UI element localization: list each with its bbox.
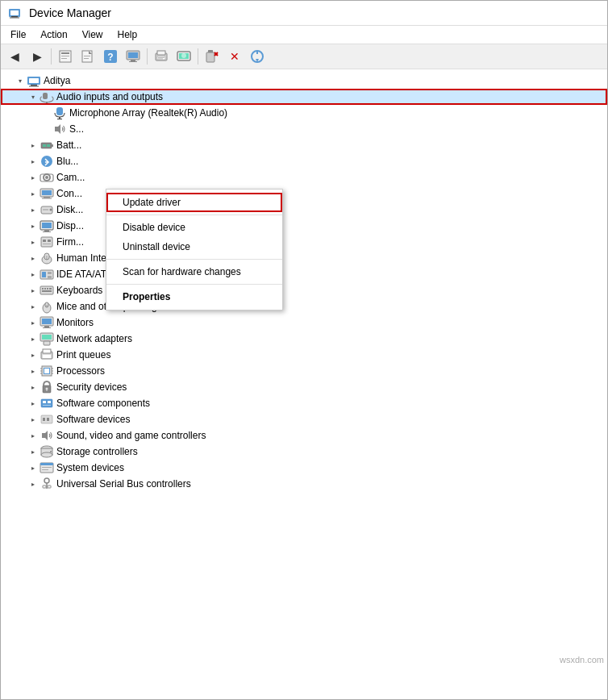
update-driver-button[interactable] xyxy=(77,47,98,66)
svg-rect-2 xyxy=(11,16,18,18)
software-devices-item[interactable]: ▸ Software devices xyxy=(1,411,607,427)
delete-button[interactable]: ✕ xyxy=(224,47,245,66)
svg-rect-64 xyxy=(41,237,52,247)
svg-rect-56 xyxy=(42,198,52,199)
display-adapters-expand[interactable]: ▸ xyxy=(27,219,40,232)
system-item[interactable]: ▸ System devices xyxy=(1,460,607,476)
batteries-expand[interactable]: ▸ xyxy=(27,139,40,152)
forward-button[interactable]: ▶ xyxy=(27,47,48,66)
mice-item[interactable]: ▸ Mice and other pointing devices xyxy=(1,298,607,315)
ctx-update-driver[interactable]: Update driver xyxy=(106,193,282,212)
svg-rect-112 xyxy=(47,418,49,421)
svg-rect-92 xyxy=(43,349,51,353)
svg-rect-17 xyxy=(129,61,137,62)
print-queues-item[interactable]: ▸ Print queues xyxy=(1,347,607,363)
bluetooth-item[interactable]: ▸ Blu... xyxy=(1,153,607,169)
watermark-text: wsxdn.com xyxy=(560,655,604,665)
audio-expand-icon[interactable]: ▾ xyxy=(27,90,40,103)
keyboards-expand[interactable]: ▸ xyxy=(27,284,40,297)
back-button[interactable]: ◀ xyxy=(4,47,25,66)
print-queues-expand[interactable]: ▸ xyxy=(27,348,40,361)
security-expand[interactable]: ▸ xyxy=(27,381,40,394)
ctx-uninstall-device[interactable]: Uninstall device xyxy=(106,237,282,256)
svg-rect-11 xyxy=(84,58,89,59)
svg-text:?: ? xyxy=(107,52,113,63)
tree-root[interactable]: ▾ Aditya xyxy=(1,73,607,89)
svg-rect-27 xyxy=(208,50,213,52)
network-item[interactable]: ▸ Network adapters xyxy=(1,331,607,347)
speakers-icon xyxy=(52,122,67,136)
menu-action[interactable]: Action xyxy=(34,27,73,42)
disk-drives-item[interactable]: ▸ Disk... xyxy=(1,202,607,218)
keyboards-item[interactable]: ▸ Keyboards xyxy=(1,282,607,298)
computer-expand[interactable]: ▸ xyxy=(27,187,40,200)
mice-expand[interactable]: ▸ xyxy=(27,300,40,313)
mice-icon xyxy=(40,299,54,314)
speakers-item[interactable]: ▸ S... xyxy=(1,121,607,137)
processors-item[interactable]: ▸ Processors xyxy=(1,363,607,379)
svg-rect-37 xyxy=(43,93,48,99)
menu-help[interactable]: Help xyxy=(111,27,144,42)
svg-rect-7 xyxy=(61,58,67,59)
svg-point-116 xyxy=(41,452,52,457)
usb-item[interactable]: ▸ Universal Serial Bus controllers xyxy=(1,476,607,492)
ide-expand[interactable]: ▸ xyxy=(27,268,40,281)
ctx-scan-hardware[interactable]: Scan for hardware changes xyxy=(106,262,282,281)
print-button[interactable] xyxy=(151,47,172,66)
svg-rect-96 xyxy=(44,369,49,373)
cameras-expand[interactable]: ▸ xyxy=(27,171,40,184)
ctx-properties[interactable]: Properties xyxy=(106,287,282,306)
firmware-expand[interactable]: ▸ xyxy=(27,235,40,248)
svg-rect-89 xyxy=(42,335,52,340)
batteries-icon xyxy=(40,138,54,152)
monitor-button[interactable] xyxy=(173,47,194,66)
sw-components-expand[interactable]: ▸ xyxy=(27,397,40,410)
sw-devices-icon xyxy=(40,412,54,427)
root-expand-icon[interactable]: ▾ xyxy=(14,74,27,87)
storage-expand[interactable]: ▸ xyxy=(27,445,40,458)
disk-drives-expand[interactable]: ▸ xyxy=(27,203,40,216)
monitors-expand[interactable]: ▸ xyxy=(27,316,40,329)
cameras-item[interactable]: ▸ Cam... xyxy=(1,169,607,185)
microphone-item[interactable]: ▸ Microphone Array (Realtek(R) Audio) xyxy=(1,105,607,121)
cameras-label: Cam... xyxy=(56,172,85,183)
audio-inputs-item[interactable]: ▾ Audio inputs and outputs xyxy=(1,89,607,105)
ide-item[interactable]: ▸ IDE ATA/ATAPI controllers xyxy=(1,266,607,282)
batteries-item[interactable]: ▸ Batt... xyxy=(1,137,607,153)
storage-label: Storage controllers xyxy=(56,446,138,457)
storage-item[interactable]: ▸ Storage controllers xyxy=(1,444,607,460)
ctx-disable-device[interactable]: Disable device xyxy=(106,218,282,237)
properties-button[interactable] xyxy=(55,47,76,66)
svg-rect-15 xyxy=(128,52,138,58)
security-item[interactable]: ▸ Security devices xyxy=(1,379,607,395)
menu-view[interactable]: View xyxy=(76,27,110,42)
usb-expand[interactable]: ▸ xyxy=(27,477,40,490)
display-button[interactable] xyxy=(123,47,144,66)
scan-hardware-button[interactable] xyxy=(247,47,268,66)
svg-rect-34 xyxy=(29,78,39,83)
microphone-label: Microphone Array (Realtek(R) Audio) xyxy=(69,107,227,119)
firmware-item[interactable]: ▸ Firm... xyxy=(1,234,607,250)
software-components-item[interactable]: ▸ Software components xyxy=(1,395,607,411)
display-adapters-item[interactable]: ▸ Disp... xyxy=(1,218,607,234)
processors-expand[interactable]: ▸ xyxy=(27,365,40,377)
system-expand[interactable]: ▸ xyxy=(27,461,40,474)
remove-device-button[interactable] xyxy=(202,47,223,66)
network-expand[interactable]: ▸ xyxy=(27,332,40,345)
monitors-item[interactable]: ▸ Monitors xyxy=(1,315,607,331)
microphone-icon xyxy=(52,106,67,120)
sound-expand[interactable]: ▸ xyxy=(27,429,40,442)
svg-rect-106 xyxy=(41,399,52,407)
help-button[interactable]: ? xyxy=(100,47,121,66)
root-label: Aditya xyxy=(44,75,70,86)
svg-rect-107 xyxy=(43,401,46,403)
svg-rect-16 xyxy=(131,60,135,61)
menu-file[interactable]: File xyxy=(4,27,32,42)
bluetooth-expand[interactable]: ▸ xyxy=(27,155,40,168)
hid-item[interactable]: ▸ Human Interface Devices xyxy=(1,250,607,266)
svg-rect-73 xyxy=(48,272,52,274)
computer-item[interactable]: ▸ Con... xyxy=(1,185,607,202)
sw-devices-expand[interactable]: ▸ xyxy=(27,413,40,426)
hid-expand[interactable]: ▸ xyxy=(27,252,40,265)
sound-item[interactable]: ▸ Sound, video and game controllers xyxy=(1,427,607,444)
